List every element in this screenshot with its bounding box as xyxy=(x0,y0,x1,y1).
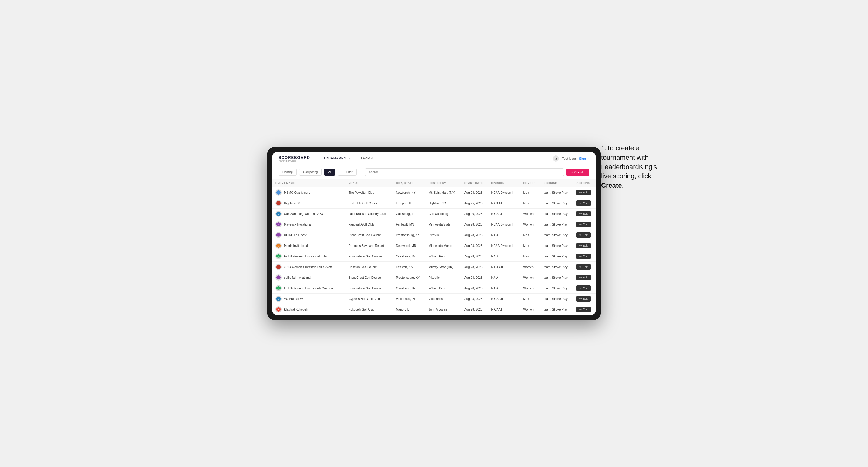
edit-button[interactable]: ✏ Edit xyxy=(577,307,591,312)
event-name-text: Fall Statesmen Invitational - Women xyxy=(284,287,333,290)
team-icon: U xyxy=(276,275,282,281)
cell-city: Newburgh, NY xyxy=(393,187,426,198)
table-row: K Klash at Kokopelli Kokopelli Golf Club… xyxy=(272,304,596,315)
cell-division: NAIA xyxy=(488,283,520,293)
cell-city: Freeport, IL xyxy=(393,198,426,209)
cell-city: Faribault, MN xyxy=(393,219,426,230)
cell-event-name: W Fall Statesmen Invitational - Women xyxy=(272,283,346,293)
annotation-text: 1.To create a tournament with Leaderboar… xyxy=(601,144,686,190)
edit-button[interactable]: ✏ Edit xyxy=(577,243,591,248)
svg-text:C: C xyxy=(278,213,279,215)
tournament-table-container: EVENT NAME VENUE CITY, STATE HOSTED BY S… xyxy=(272,179,596,315)
search-container xyxy=(365,168,564,176)
edit-button[interactable]: ✏ Edit xyxy=(577,190,591,195)
cell-actions: ✏ Edit xyxy=(574,251,596,262)
cell-actions: ✏ Edit xyxy=(574,241,596,251)
all-filter-btn[interactable]: All xyxy=(324,168,335,176)
cell-scoring: team, Stroke Play xyxy=(540,251,574,262)
edit-button[interactable]: ✏ Edit xyxy=(577,222,591,227)
cell-event-name: V VU PREVIEW xyxy=(272,293,346,304)
cell-gender: Men xyxy=(520,198,540,209)
cell-date: Aug 28, 2023 xyxy=(461,283,488,293)
cell-actions: ✏ Edit xyxy=(574,187,596,198)
cell-event-name: W Fall Statesmen Invitational - Men xyxy=(272,251,346,262)
cell-gender: Women xyxy=(520,209,540,219)
competing-filter-btn[interactable]: Competing xyxy=(299,168,322,176)
cell-scoring: team, Stroke Play xyxy=(540,293,574,304)
cell-venue: Ruttger's Bay Lake Resort xyxy=(346,241,393,251)
edit-button[interactable]: ✏ Edit xyxy=(577,200,591,206)
tournament-table: EVENT NAME VENUE CITY, STATE HOSTED BY S… xyxy=(272,179,596,315)
edit-button[interactable]: ✏ Edit xyxy=(577,211,591,217)
create-label: + Create xyxy=(571,170,585,174)
edit-button[interactable]: ✏ Edit xyxy=(577,253,591,259)
pencil-icon: ✏ xyxy=(580,255,582,258)
app-header: SCOREBOARD Powered by Clippd TOURNAMENTS… xyxy=(272,152,596,165)
cell-event-name: C Carl Sandburg Women FA23 xyxy=(272,209,346,219)
col-gender: GENDER xyxy=(520,179,540,187)
event-name-text: upike fall invitational xyxy=(284,276,311,279)
cell-scoring: team, Stroke Play xyxy=(540,219,574,230)
filter-options-btn[interactable]: ☰ Filter xyxy=(338,168,356,176)
signin-link[interactable]: Sign In xyxy=(579,157,589,160)
cell-hosted-by: Murray State (OK) xyxy=(426,262,461,272)
cell-city: Marion, IL xyxy=(393,304,426,315)
filter-label: Filter xyxy=(346,170,352,174)
pencil-icon: ✏ xyxy=(580,276,582,279)
svg-text:M: M xyxy=(278,223,279,226)
cell-venue: Edmundson Golf Course xyxy=(346,251,393,262)
cell-actions: ✏ Edit xyxy=(574,219,596,230)
col-hosted-by: HOSTED BY xyxy=(426,179,461,187)
edit-button[interactable]: ✏ Edit xyxy=(577,275,591,280)
cell-city: Prestonsburg, KY xyxy=(393,272,426,283)
cell-date: Aug 28, 2023 xyxy=(461,304,488,315)
svg-text:U: U xyxy=(278,276,279,279)
cell-venue: Hesston Golf Course xyxy=(346,262,393,272)
cell-gender: Men xyxy=(520,187,540,198)
settings-icon[interactable]: ⚙ xyxy=(553,155,559,161)
col-division: DIVISION xyxy=(488,179,520,187)
pencil-icon: ✏ xyxy=(580,308,582,311)
team-icon: M xyxy=(276,221,282,227)
cell-event-name: M MSMC Qualifying 1 xyxy=(272,187,346,198)
cell-event-name: U UPIKE Fall Invite xyxy=(272,230,346,241)
cell-hosted-by: William Penn xyxy=(426,283,461,293)
team-icon: M xyxy=(276,189,282,195)
edit-button[interactable]: ✏ Edit xyxy=(577,285,591,291)
col-venue: VENUE xyxy=(346,179,393,187)
cell-division: NAIA xyxy=(488,251,520,262)
table-row: W Fall Statesmen Invitational - Men Edmu… xyxy=(272,251,596,262)
create-button[interactable]: + Create xyxy=(566,168,589,176)
cell-gender: Men xyxy=(520,251,540,262)
cell-actions: ✏ Edit xyxy=(574,209,596,219)
logo-sub: Powered by Clippd xyxy=(279,160,310,162)
hosting-filter-btn[interactable]: Hosting xyxy=(279,168,297,176)
cell-division: NCAA Division III xyxy=(488,187,520,198)
svg-text:K: K xyxy=(278,308,279,311)
pencil-icon: ✏ xyxy=(580,191,582,194)
event-name-text: 2023 Women's Hesston Fall Kickoff xyxy=(284,266,332,269)
edit-button[interactable]: ✏ Edit xyxy=(577,264,591,270)
logo-text: SCOREBOARD xyxy=(279,155,310,160)
pencil-icon: ✏ xyxy=(580,201,582,205)
edit-button[interactable]: ✏ Edit xyxy=(577,296,591,302)
cell-gender: Men xyxy=(520,230,540,241)
cell-event-name: H Highland 36 xyxy=(272,198,346,209)
table-row: H Highland 36 Park Hills Golf Course Fre… xyxy=(272,198,596,209)
search-input[interactable] xyxy=(365,168,564,176)
svg-text:U: U xyxy=(278,234,279,237)
nav-tab-teams[interactable]: TEAMS xyxy=(356,155,377,162)
cell-hosted-by: Vincennes xyxy=(426,293,461,304)
cell-venue: Cypress Hills Golf Club xyxy=(346,293,393,304)
nav-tab-tournaments[interactable]: TOURNAMENTS xyxy=(319,155,355,162)
cell-hosted-by: Pikeville xyxy=(426,272,461,283)
edit-button[interactable]: ✏ Edit xyxy=(577,232,591,238)
cell-division: NAIA xyxy=(488,230,520,241)
svg-text:W: W xyxy=(278,287,280,290)
filter-icon: ☰ xyxy=(342,170,344,174)
cell-venue: StoneCrest Golf Course xyxy=(346,272,393,283)
cell-date: Aug 28, 2023 xyxy=(461,272,488,283)
cell-division: NICAA I xyxy=(488,209,520,219)
cell-gender: Women xyxy=(520,272,540,283)
cell-event-name: H 2023 Women's Hesston Fall Kickoff xyxy=(272,262,346,272)
